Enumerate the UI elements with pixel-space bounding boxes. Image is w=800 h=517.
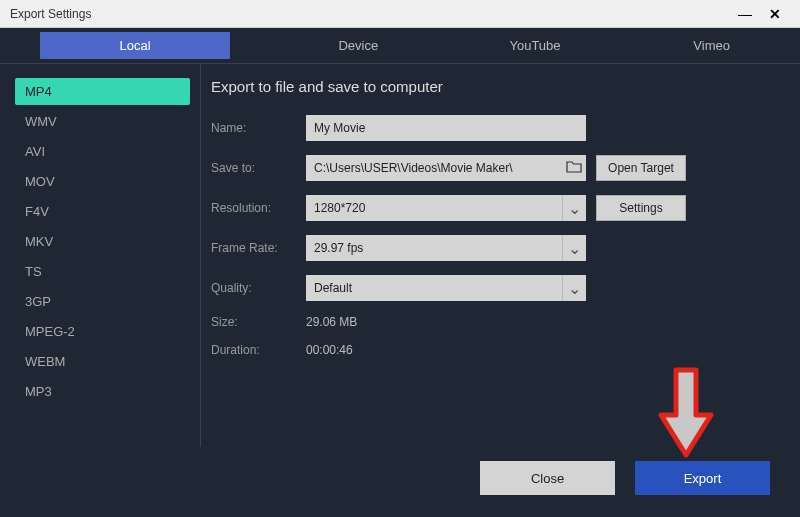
- close-window-button[interactable]: ✕: [760, 6, 790, 22]
- duration-value: 00:00:46: [306, 343, 353, 357]
- saveto-input[interactable]: [306, 161, 562, 175]
- tab-local[interactable]: Local: [40, 32, 230, 59]
- tab-vimeo[interactable]: Vimeo: [623, 28, 800, 63]
- quality-value: Default: [306, 281, 562, 295]
- format-sidebar: MP4 WMV AVI MOV F4V MKV TS 3GP MPEG-2 WE…: [0, 64, 200, 447]
- tab-bar: Local Device YouTube Vimeo: [0, 28, 800, 64]
- titlebar: Export Settings — ✕: [0, 0, 800, 28]
- label-framerate: Frame Rate:: [211, 241, 306, 255]
- resolution-select[interactable]: 1280*720 ⌄: [306, 195, 586, 221]
- format-mpeg2[interactable]: MPEG-2: [15, 318, 190, 345]
- label-duration: Duration:: [211, 343, 306, 357]
- format-mp3[interactable]: MP3: [15, 378, 190, 405]
- open-target-button[interactable]: Open Target: [596, 155, 686, 181]
- browse-folder-icon[interactable]: [562, 159, 586, 177]
- format-webm[interactable]: WEBM: [15, 348, 190, 375]
- minimize-button[interactable]: —: [730, 6, 760, 22]
- format-f4v[interactable]: F4V: [15, 198, 190, 225]
- settings-button[interactable]: Settings: [596, 195, 686, 221]
- panel-heading: Export to file and save to computer: [211, 78, 780, 95]
- chevron-down-icon: ⌄: [562, 195, 586, 221]
- framerate-select[interactable]: 29.97 fps ⌄: [306, 235, 586, 261]
- export-panel: Export to file and save to computer Name…: [200, 64, 800, 447]
- chevron-down-icon: ⌄: [562, 275, 586, 301]
- tab-youtube[interactable]: YouTube: [447, 28, 624, 63]
- label-resolution: Resolution:: [211, 201, 306, 215]
- format-avi[interactable]: AVI: [15, 138, 190, 165]
- label-saveto: Save to:: [211, 161, 306, 175]
- footer: Close Export: [0, 447, 800, 517]
- chevron-down-icon: ⌄: [562, 235, 586, 261]
- export-button[interactable]: Export: [635, 461, 770, 495]
- format-ts[interactable]: TS: [15, 258, 190, 285]
- close-button[interactable]: Close: [480, 461, 615, 495]
- size-value: 29.06 MB: [306, 315, 357, 329]
- label-size: Size:: [211, 315, 306, 329]
- resolution-value: 1280*720: [306, 201, 562, 215]
- framerate-value: 29.97 fps: [306, 241, 562, 255]
- tab-device[interactable]: Device: [270, 28, 447, 63]
- window-title: Export Settings: [10, 7, 730, 21]
- name-input[interactable]: [306, 115, 586, 141]
- format-wmv[interactable]: WMV: [15, 108, 190, 135]
- format-3gp[interactable]: 3GP: [15, 288, 190, 315]
- label-quality: Quality:: [211, 281, 306, 295]
- quality-select[interactable]: Default ⌄: [306, 275, 586, 301]
- format-mp4[interactable]: MP4: [15, 78, 190, 105]
- label-name: Name:: [211, 121, 306, 135]
- format-mkv[interactable]: MKV: [15, 228, 190, 255]
- format-mov[interactable]: MOV: [15, 168, 190, 195]
